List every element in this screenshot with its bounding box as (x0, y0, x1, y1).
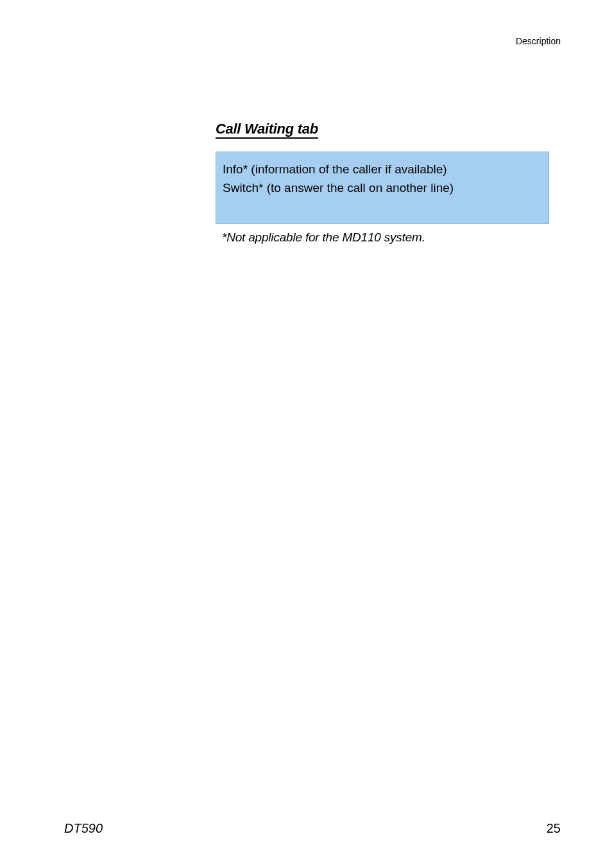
section-heading: Call Waiting tab (216, 121, 562, 137)
info-box-line-1: Info* (information of the caller if avai… (223, 160, 542, 178)
main-content: Call Waiting tab Info* (information of t… (216, 121, 562, 245)
info-box: Info* (information of the caller if avai… (216, 152, 549, 224)
footer-model: DT590 (64, 821, 103, 836)
page-footer: DT590 25 (64, 821, 561, 836)
page-number: 25 (547, 821, 561, 836)
info-box-line-2: Switch* (to answer the call on another l… (223, 178, 542, 197)
header-label: Description (516, 36, 561, 46)
footnote: *Not applicable for the MD110 system. (222, 230, 562, 245)
